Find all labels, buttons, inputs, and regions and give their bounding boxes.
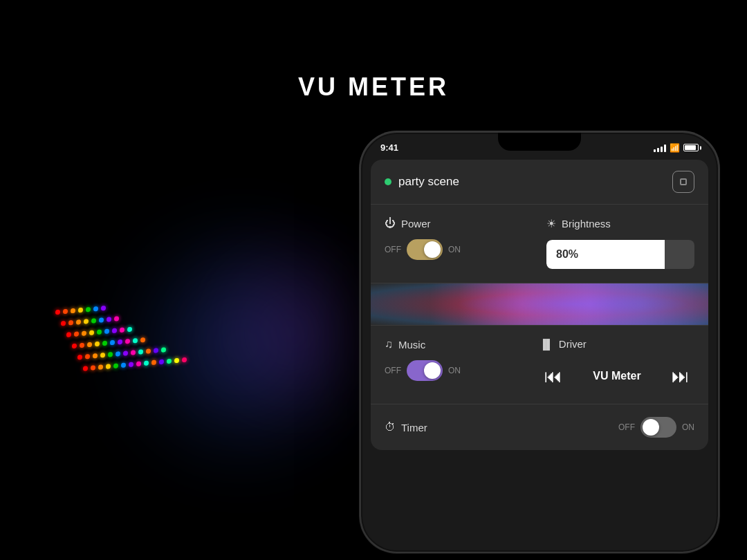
music-toggle-thumb bbox=[424, 362, 441, 379]
timer-on-label: ON bbox=[682, 422, 694, 432]
led-dot bbox=[174, 358, 179, 364]
color-glow-inner bbox=[371, 283, 708, 325]
led-dot bbox=[95, 342, 100, 347]
timer-section: ⏱ Timer OFF ON bbox=[371, 404, 708, 450]
power-toggle-row: OFF ON bbox=[385, 239, 533, 260]
led-dot bbox=[144, 361, 149, 366]
power-toggle[interactable] bbox=[407, 239, 443, 260]
timer-off-label: OFF bbox=[618, 422, 635, 432]
led-dot bbox=[66, 332, 71, 337]
power-label-text: Power bbox=[401, 218, 431, 230]
music-driver-section: ♫ Music OFF ON ▐▌ Driver bbox=[371, 325, 708, 404]
music-icon: ♫ bbox=[385, 338, 393, 351]
power-icon: ⏻ bbox=[385, 217, 396, 230]
driver-icon: ▐▌ bbox=[540, 339, 553, 350]
scene-row: party scene bbox=[371, 160, 708, 205]
led-dot bbox=[107, 317, 111, 322]
wifi-icon: 📶 bbox=[670, 143, 680, 153]
led-dot bbox=[86, 307, 91, 312]
led-dot bbox=[182, 357, 187, 363]
music-group: ♫ Music OFF ON bbox=[385, 338, 540, 381]
led-dot bbox=[83, 366, 88, 371]
led-dot bbox=[146, 348, 151, 354]
driver-group: ▐▌ Driver ⏮ VU Meter ⏭ bbox=[540, 338, 694, 390]
power-brightness-section: ⏻ Power OFF ON ☀ Brightness bbox=[371, 205, 708, 283]
led-dot bbox=[120, 328, 124, 333]
power-toggle-thumb bbox=[424, 241, 441, 258]
scene-left: party scene bbox=[385, 175, 459, 189]
led-dot bbox=[91, 318, 96, 324]
led-dot bbox=[131, 350, 136, 355]
led-dot bbox=[133, 338, 138, 344]
stop-icon bbox=[680, 178, 687, 185]
led-dot bbox=[77, 355, 82, 360]
brightness-fill: 80% bbox=[546, 240, 665, 269]
vu-meter-label: VU Meter bbox=[593, 370, 640, 382]
led-dot bbox=[87, 342, 92, 348]
power-group: ⏻ Power OFF ON bbox=[385, 217, 533, 260]
brightness-value: 80% bbox=[556, 248, 578, 261]
led-dot bbox=[108, 352, 113, 357]
led-dot bbox=[100, 353, 105, 358]
timer-label: ⏱ Timer bbox=[385, 421, 427, 433]
timer-icon: ⏱ bbox=[385, 421, 396, 433]
led-dot bbox=[121, 362, 126, 368]
led-dot bbox=[118, 339, 122, 345]
led-strip bbox=[77, 346, 187, 360]
led-dot bbox=[55, 310, 60, 315]
signal-bar-4 bbox=[664, 144, 666, 152]
led-dot bbox=[71, 308, 75, 314]
vu-controls: ⏮ VU Meter ⏭ bbox=[540, 360, 694, 390]
led-dot bbox=[138, 349, 143, 355]
led-dot bbox=[68, 320, 73, 326]
led-dot bbox=[76, 319, 81, 325]
stop-button[interactable] bbox=[672, 171, 694, 193]
led-dot bbox=[101, 306, 106, 311]
battery-icon bbox=[683, 144, 699, 151]
power-label: ⏻ Power bbox=[385, 217, 533, 230]
battery-fill bbox=[685, 145, 696, 150]
brightness-group: ☀ Brightness 80% bbox=[533, 217, 694, 269]
led-dot bbox=[110, 340, 115, 346]
led-dot bbox=[80, 343, 84, 348]
music-driver-row: ♫ Music OFF ON ▐▌ Driver bbox=[385, 338, 694, 390]
music-label: ♫ Music bbox=[385, 338, 540, 351]
scene-name: party scene bbox=[398, 175, 459, 189]
timer-toggle[interactable] bbox=[640, 417, 676, 438]
next-button[interactable]: ⏭ bbox=[667, 362, 694, 390]
led-dot bbox=[84, 319, 89, 324]
led-dot bbox=[78, 308, 83, 313]
brightness-slider[interactable]: 80% bbox=[546, 240, 694, 269]
music-on-label: ON bbox=[448, 366, 461, 375]
led-dot bbox=[127, 327, 132, 333]
status-bar: 9:41 📶 bbox=[361, 133, 718, 153]
led-dot bbox=[114, 316, 119, 321]
led-dot bbox=[129, 362, 133, 367]
led-dot bbox=[159, 360, 164, 365]
led-dot bbox=[102, 341, 107, 346]
phone-notch bbox=[498, 133, 581, 151]
led-dot bbox=[99, 317, 104, 323]
led-dot bbox=[85, 354, 90, 360]
power-off-label: OFF bbox=[385, 245, 401, 254]
brightness-label-text: Brightness bbox=[562, 218, 611, 230]
led-dot bbox=[98, 364, 103, 370]
prev-button[interactable]: ⏮ bbox=[540, 362, 567, 390]
led-dot bbox=[61, 321, 66, 326]
timer-toggle-row: OFF ON bbox=[618, 417, 694, 438]
led-dot bbox=[91, 365, 95, 371]
led-dot bbox=[167, 359, 172, 364]
signal-bar-3 bbox=[661, 147, 663, 152]
color-glow-section bbox=[371, 283, 708, 325]
signal-bars bbox=[654, 144, 666, 152]
brightness-label: ☀ Brightness bbox=[546, 217, 694, 230]
led-dot bbox=[74, 331, 79, 337]
controls-row: ⏻ Power OFF ON ☀ Brightness bbox=[385, 217, 694, 269]
led-dot bbox=[154, 348, 158, 353]
led-dot bbox=[116, 351, 120, 357]
music-label-text: Music bbox=[398, 339, 425, 351]
led-dot bbox=[104, 328, 109, 334]
music-off-label: OFF bbox=[385, 366, 401, 375]
music-toggle[interactable] bbox=[407, 360, 443, 381]
brightness-icon: ☀ bbox=[546, 217, 556, 230]
